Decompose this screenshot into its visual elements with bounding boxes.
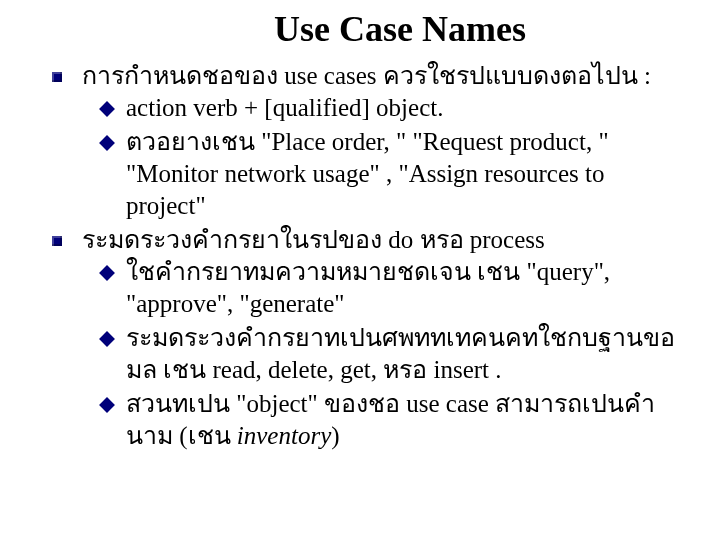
sub-list: action verb + [qualified] object. ตวอยาง… (82, 92, 690, 222)
list-item: action verb + [qualified] object. (100, 92, 690, 124)
slide: Use Case Names การกำหนดชอของ use cases ค… (0, 0, 720, 540)
bullet-list: การกำหนดชอของ use cases ควรใชรปแบบดงตอไป… (30, 60, 690, 452)
list-item-text: การกำหนดชอของ use cases ควรใชรปแบบดงตอไป… (82, 62, 651, 89)
list-item: ระมดระวงคำกรยาทเปนศพททเทคนคทใชกบฐานขอมล … (100, 322, 690, 386)
list-item: สวนทเปน "object" ของชอ use case สามารถเป… (100, 388, 690, 452)
list-item-text: ระมดระวงคำกรยาทเปนศพททเทคนคทใชกบฐานขอมล … (126, 324, 675, 383)
slide-title: Use Case Names (30, 8, 690, 50)
list-item: การกำหนดชอของ use cases ควรใชรปแบบดงตอไป… (52, 60, 690, 222)
list-item: ใชคำกรยาทมความหมายชดเจน เชน "query", "ap… (100, 256, 690, 320)
list-item-text: ระมดระวงคำกรยาในรปของ do หรอ process (82, 226, 545, 253)
list-item-text: ใชคำกรยาทมความหมายชดเจน เชน "query", "ap… (126, 258, 610, 317)
list-item-text: action verb + [qualified] object. (126, 94, 443, 121)
list-item: ตวอยางเชน "Place order, " "Request produ… (100, 126, 690, 222)
list-item-text: สวนทเปน "object" ของชอ use case สามารถเป… (126, 390, 655, 449)
list-item: ระมดระวงคำกรยาในรปของ do หรอ process ใชค… (52, 224, 690, 452)
list-item-text: ตวอยางเชน "Place order, " "Request produ… (126, 128, 609, 219)
sub-list: ใชคำกรยาทมความหมายชดเจน เชน "query", "ap… (82, 256, 690, 452)
